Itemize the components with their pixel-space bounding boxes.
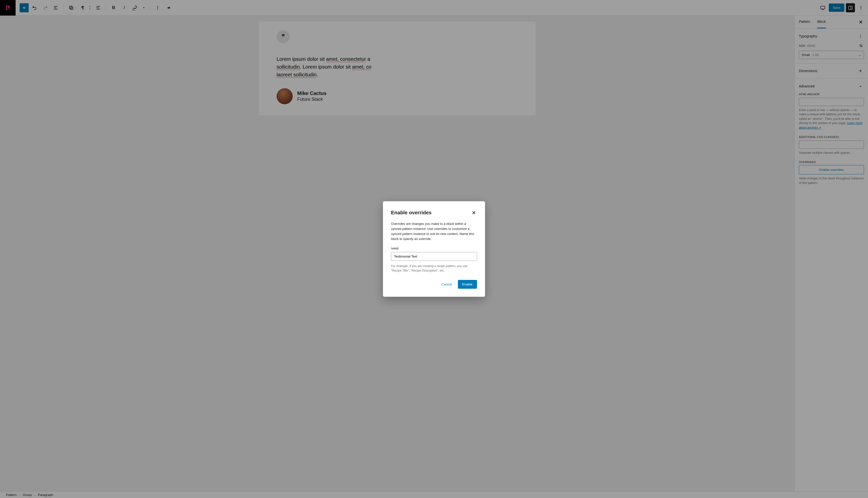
- modal-hint-text: For example, if you are creating a recip…: [391, 264, 477, 273]
- modal-cancel-button[interactable]: Cancel: [438, 280, 455, 289]
- modal-enable-button[interactable]: Enable: [458, 280, 477, 289]
- override-name-input[interactable]: [391, 252, 477, 261]
- modal-name-label: Name: [391, 247, 477, 250]
- modal-description: Overrides are changes you make to a bloc…: [391, 221, 477, 242]
- enable-overrides-modal: Enable overrides ✕ Overrides are changes…: [383, 201, 485, 297]
- modal-close-button[interactable]: ✕: [471, 209, 477, 217]
- modal-overlay: Enable overrides ✕ Overrides are changes…: [0, 0, 868, 498]
- modal-title: Enable overrides: [391, 210, 432, 215]
